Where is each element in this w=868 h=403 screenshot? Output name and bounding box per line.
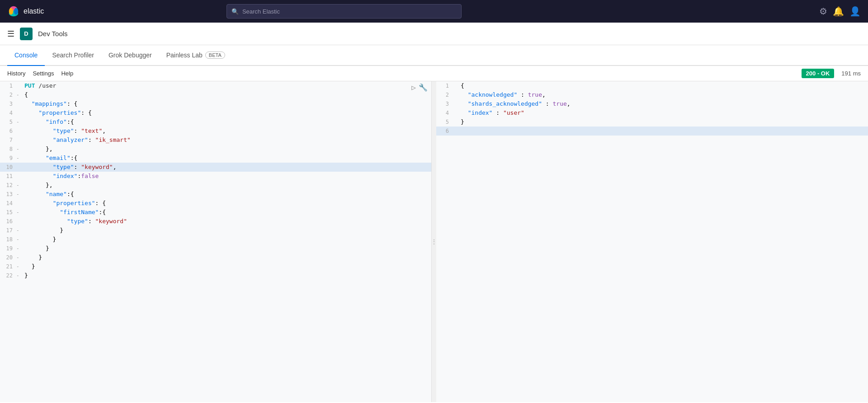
fold-icon[interactable]: - <box>16 271 24 280</box>
line-number: 9 <box>0 154 16 163</box>
fold-icon[interactable]: - <box>16 235 24 244</box>
line-number: 17 <box>0 226 16 235</box>
second-bar: ☰ D Dev Tools <box>0 23 868 45</box>
svg-point-3 <box>14 8 18 15</box>
code-content: "analyzer": "ik_smart" <box>24 136 431 145</box>
editor-line-9: 9 - "email":{ <box>0 154 431 163</box>
response-line-6: 6 <box>436 127 868 136</box>
line-number: 10 <box>0 163 16 172</box>
fold-icon[interactable]: - <box>16 244 24 253</box>
tab-painless-lab[interactable]: Painless Lab BETA <box>159 45 232 66</box>
editor-line-15: 15 - "firstName":{ <box>0 208 431 217</box>
fold-icon[interactable]: - <box>16 262 24 271</box>
code-content: PUT /user <box>24 81 431 90</box>
editor-actions: ▷ 🔧 <box>411 83 428 92</box>
code-content: "index":false <box>24 172 431 181</box>
code-content: } <box>24 226 431 235</box>
fold-icon[interactable]: - <box>16 90 24 99</box>
editor-line-16: 16 "type": "keyword" <box>0 217 431 226</box>
help-icon[interactable]: 👤 <box>849 6 861 17</box>
response-line-number: 6 <box>436 127 453 136</box>
line-number: 18 <box>0 235 16 244</box>
code-content: } <box>24 253 431 262</box>
fold-icon[interactable]: - <box>16 117 24 127</box>
elastic-logo-icon <box>7 5 20 18</box>
fold-icon[interactable]: - <box>16 226 24 235</box>
response-line-number: 3 <box>436 99 453 108</box>
line-number: 2 <box>0 90 16 99</box>
tab-painless-lab-label: Painless Lab <box>166 52 203 59</box>
notification-icon[interactable]: ⚙ <box>819 6 827 17</box>
response-line-1: 1 { <box>436 81 868 90</box>
top-bar: elastic 🔍 Search Elastic ⚙ 🔔 👤 <box>0 0 868 23</box>
line-number: 5 <box>0 117 16 127</box>
fold-icon[interactable]: - <box>16 181 24 190</box>
editor-line-22: 22 - } <box>0 271 431 280</box>
tab-console[interactable]: Console <box>7 45 45 66</box>
editor-line-13: 13 - "name":{ <box>0 190 431 199</box>
code-content: }, <box>24 145 431 154</box>
editor-line-18: 18 - } <box>0 235 431 244</box>
line-number: 15 <box>0 208 16 217</box>
editor-line-14: 14 "properties": { <box>0 199 431 208</box>
fold-icon[interactable]: - <box>16 253 24 262</box>
code-content: } <box>24 271 431 280</box>
editor-line-10: 10 "type": "keyword", <box>0 163 431 172</box>
editor-line-20: 20 - } <box>0 253 431 262</box>
elastic-logo-text: elastic <box>24 7 44 15</box>
code-content: } <box>24 244 431 253</box>
response-line-2: 2 "acknowledged" : true, <box>436 90 868 99</box>
tab-grok-debugger[interactable]: Grok Debugger <box>101 45 159 66</box>
editor-area: ▷ 🔧 1 PUT /user 2 - { 3 "mappings": { 4 … <box>0 81 868 402</box>
response-time: 191 ms <box>841 70 861 77</box>
left-panel[interactable]: ▷ 🔧 1 PUT /user 2 - { 3 "mappings": { 4 … <box>0 81 432 402</box>
fold-icon[interactable]: - <box>16 154 24 163</box>
fold-icon[interactable]: - <box>16 145 24 154</box>
code-content: } <box>24 235 431 244</box>
editor-line-2: 2 - { <box>0 90 431 99</box>
line-number: 20 <box>0 253 16 262</box>
editor-line-7: 7 "analyzer": "ik_smart" <box>0 136 431 145</box>
tab-search-profiler[interactable]: Search Profiler <box>45 45 101 66</box>
fold-icon[interactable]: - <box>16 208 24 217</box>
elastic-logo[interactable]: elastic <box>7 5 44 18</box>
tab-search-profiler-label: Search Profiler <box>52 52 94 59</box>
app-badge: D <box>20 28 33 40</box>
panel-divider[interactable]: ⋮ <box>432 81 436 402</box>
user-icon[interactable]: 🔔 <box>833 6 844 17</box>
editor-line-5: 5 - "info":{ <box>0 117 431 127</box>
line-number: 21 <box>0 262 16 271</box>
editor-line-3: 3 "mappings": { <box>0 99 431 108</box>
svg-point-2 <box>9 8 13 15</box>
code-content: } <box>24 262 431 271</box>
code-content: "name":{ <box>24 190 431 199</box>
fold-icon[interactable]: - <box>16 190 24 199</box>
search-bar[interactable]: 🔍 Search Elastic <box>226 4 462 19</box>
search-placeholder: Search Elastic <box>242 8 280 15</box>
line-number: 7 <box>0 136 16 145</box>
line-number: 3 <box>0 99 16 108</box>
editor-line-11: 11 "index":false <box>0 172 431 181</box>
history-button[interactable]: History <box>7 70 25 77</box>
tab-console-label: Console <box>14 52 38 59</box>
right-panel: 1 { 2 "acknowledged" : true, 3 "shards_a… <box>436 81 868 402</box>
line-number: 12 <box>0 181 16 190</box>
help-button[interactable]: Help <box>61 70 73 77</box>
settings-button[interactable]: Settings <box>33 70 54 77</box>
hamburger-menu[interactable]: ☰ <box>7 29 14 39</box>
response-content: "index" : "user" <box>460 108 868 117</box>
editor-line-19: 19 - } <box>0 244 431 253</box>
line-number: 16 <box>0 217 16 226</box>
response-line-3: 3 "shards_acknowledged" : true, <box>436 99 868 108</box>
code-content: "email":{ <box>24 154 431 163</box>
response-line-number: 5 <box>436 117 453 127</box>
code-content: "type": "keyword", <box>24 163 431 172</box>
line-number: 4 <box>0 108 16 117</box>
code-content: { <box>24 90 431 99</box>
editor-line-4: 4 "properties": { <box>0 108 431 117</box>
app-title: Dev Tools <box>38 30 68 37</box>
run-icon[interactable]: ▷ <box>411 83 416 92</box>
editor-line-21: 21 - } <box>0 262 431 271</box>
line-number: 14 <box>0 199 16 208</box>
wrench-icon[interactable]: 🔧 <box>419 83 428 92</box>
